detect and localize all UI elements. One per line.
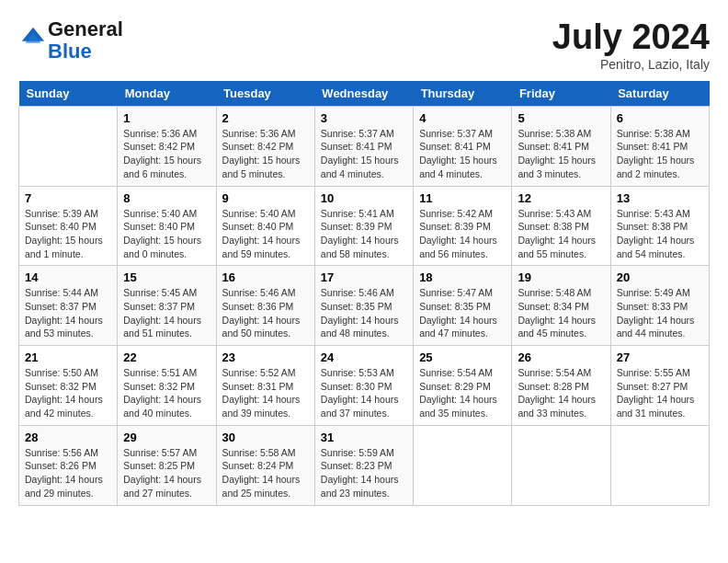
weekday-header-saturday: Saturday <box>610 81 709 107</box>
day-info: Sunrise: 5:38 AM Sunset: 8:41 PM Dayligh… <box>617 127 703 181</box>
day-number: 19 <box>518 270 604 284</box>
title-block: July 2024 Penitro, Lazio, Italy <box>552 18 710 72</box>
day-number: 12 <box>518 191 604 205</box>
calendar-cell: 23Sunrise: 5:52 AM Sunset: 8:31 PM Dayli… <box>216 346 314 426</box>
day-info: Sunrise: 5:45 AM Sunset: 8:37 PM Dayligh… <box>123 286 210 340</box>
day-info: Sunrise: 5:42 AM Sunset: 8:39 PM Dayligh… <box>419 207 506 261</box>
calendar-cell: 20Sunrise: 5:49 AM Sunset: 8:33 PM Dayli… <box>610 266 709 346</box>
day-info: Sunrise: 5:40 AM Sunset: 8:40 PM Dayligh… <box>123 207 210 261</box>
month-title: July 2024 <box>552 18 710 57</box>
calendar-cell: 14Sunrise: 5:44 AM Sunset: 8:37 PM Dayli… <box>19 266 118 346</box>
day-info: Sunrise: 5:53 AM Sunset: 8:30 PM Dayligh… <box>321 366 407 420</box>
day-number: 30 <box>222 431 309 444</box>
location-subtitle: Penitro, Lazio, Italy <box>552 57 710 72</box>
calendar-cell: 15Sunrise: 5:45 AM Sunset: 8:37 PM Dayli… <box>118 266 216 346</box>
day-info: Sunrise: 5:59 AM Sunset: 8:23 PM Dayligh… <box>321 446 407 500</box>
day-info: Sunrise: 5:36 AM Sunset: 8:42 PM Dayligh… <box>123 127 210 181</box>
day-number: 26 <box>518 350 604 364</box>
calendar-cell: 28Sunrise: 5:56 AM Sunset: 8:26 PM Dayli… <box>19 425 118 505</box>
logo-icon <box>20 26 46 52</box>
day-number: 6 <box>617 111 703 125</box>
day-number: 13 <box>617 191 703 205</box>
calendar-cell <box>610 425 709 505</box>
day-number: 17 <box>321 270 407 284</box>
weekday-header-thursday: Thursday <box>414 81 512 107</box>
day-number: 25 <box>419 350 506 364</box>
day-info: Sunrise: 5:38 AM Sunset: 8:41 PM Dayligh… <box>518 127 604 181</box>
calendar-cell: 9Sunrise: 5:40 AM Sunset: 8:40 PM Daylig… <box>216 186 314 266</box>
day-number: 29 <box>123 431 210 444</box>
logo-blue-text: Blue <box>48 40 92 63</box>
calendar-cell: 24Sunrise: 5:53 AM Sunset: 8:30 PM Dayli… <box>314 346 413 426</box>
day-number: 11 <box>419 191 506 205</box>
calendar-cell: 11Sunrise: 5:42 AM Sunset: 8:39 PM Dayli… <box>414 186 512 266</box>
day-info: Sunrise: 5:41 AM Sunset: 8:39 PM Dayligh… <box>321 207 407 261</box>
day-info: Sunrise: 5:50 AM Sunset: 8:32 PM Dayligh… <box>25 366 111 420</box>
calendar-cell: 2Sunrise: 5:36 AM Sunset: 8:42 PM Daylig… <box>216 106 314 186</box>
calendar-cell <box>414 425 512 505</box>
day-info: Sunrise: 5:37 AM Sunset: 8:41 PM Dayligh… <box>419 127 506 181</box>
calendar-cell: 7Sunrise: 5:39 AM Sunset: 8:40 PM Daylig… <box>19 186 118 266</box>
weekday-header-friday: Friday <box>512 81 610 107</box>
week-row-5: 28Sunrise: 5:56 AM Sunset: 8:26 PM Dayli… <box>19 425 710 505</box>
day-info: Sunrise: 5:51 AM Sunset: 8:32 PM Dayligh… <box>123 366 210 420</box>
calendar-cell: 29Sunrise: 5:57 AM Sunset: 8:25 PM Dayli… <box>118 425 216 505</box>
page-header: General Blue July 2024 Penitro, Lazio, I… <box>18 18 710 72</box>
day-number: 22 <box>123 350 210 364</box>
calendar-cell <box>19 106 118 186</box>
day-number: 16 <box>222 270 309 284</box>
calendar-cell: 18Sunrise: 5:47 AM Sunset: 8:35 PM Dayli… <box>414 266 512 346</box>
day-number: 5 <box>518 111 604 125</box>
calendar-cell: 13Sunrise: 5:43 AM Sunset: 8:38 PM Dayli… <box>610 186 709 266</box>
week-row-2: 7Sunrise: 5:39 AM Sunset: 8:40 PM Daylig… <box>19 186 710 266</box>
day-number: 24 <box>321 350 407 364</box>
day-info: Sunrise: 5:54 AM Sunset: 8:28 PM Dayligh… <box>518 366 604 420</box>
calendar-cell: 21Sunrise: 5:50 AM Sunset: 8:32 PM Dayli… <box>19 346 118 426</box>
calendar-cell: 8Sunrise: 5:40 AM Sunset: 8:40 PM Daylig… <box>118 186 216 266</box>
day-number: 21 <box>25 350 111 364</box>
calendar-cell: 10Sunrise: 5:41 AM Sunset: 8:39 PM Dayli… <box>314 186 413 266</box>
day-info: Sunrise: 5:37 AM Sunset: 8:41 PM Dayligh… <box>321 127 407 181</box>
day-info: Sunrise: 5:46 AM Sunset: 8:36 PM Dayligh… <box>222 286 309 340</box>
day-info: Sunrise: 5:43 AM Sunset: 8:38 PM Dayligh… <box>617 207 703 261</box>
day-number: 1 <box>123 111 210 125</box>
day-number: 18 <box>419 270 506 284</box>
weekday-header-wednesday: Wednesday <box>314 81 413 107</box>
day-number: 27 <box>617 350 703 364</box>
weekday-header-row: SundayMondayTuesdayWednesdayThursdayFrid… <box>19 81 710 107</box>
day-number: 2 <box>222 111 309 125</box>
day-info: Sunrise: 5:44 AM Sunset: 8:37 PM Dayligh… <box>25 286 111 340</box>
weekday-header-monday: Monday <box>118 81 216 107</box>
day-number: 4 <box>419 111 506 125</box>
day-info: Sunrise: 5:46 AM Sunset: 8:35 PM Dayligh… <box>321 286 407 340</box>
logo: General Blue <box>18 18 123 63</box>
calendar-cell: 19Sunrise: 5:48 AM Sunset: 8:34 PM Dayli… <box>512 266 610 346</box>
calendar-cell: 22Sunrise: 5:51 AM Sunset: 8:32 PM Dayli… <box>118 346 216 426</box>
weekday-header-tuesday: Tuesday <box>216 81 314 107</box>
day-info: Sunrise: 5:47 AM Sunset: 8:35 PM Dayligh… <box>419 286 506 340</box>
day-number: 8 <box>123 191 210 205</box>
calendar-cell: 25Sunrise: 5:54 AM Sunset: 8:29 PM Dayli… <box>414 346 512 426</box>
day-info: Sunrise: 5:49 AM Sunset: 8:33 PM Dayligh… <box>617 286 703 340</box>
day-number: 15 <box>123 270 210 284</box>
calendar-cell <box>512 425 610 505</box>
day-info: Sunrise: 5:43 AM Sunset: 8:38 PM Dayligh… <box>518 207 604 261</box>
calendar-cell: 16Sunrise: 5:46 AM Sunset: 8:36 PM Dayli… <box>216 266 314 346</box>
calendar-cell: 3Sunrise: 5:37 AM Sunset: 8:41 PM Daylig… <box>314 106 413 186</box>
day-number: 31 <box>321 431 407 444</box>
calendar-cell: 31Sunrise: 5:59 AM Sunset: 8:23 PM Dayli… <box>314 425 413 505</box>
calendar-cell: 17Sunrise: 5:46 AM Sunset: 8:35 PM Dayli… <box>314 266 413 346</box>
day-info: Sunrise: 5:54 AM Sunset: 8:29 PM Dayligh… <box>419 366 506 420</box>
day-number: 28 <box>25 431 111 444</box>
day-info: Sunrise: 5:57 AM Sunset: 8:25 PM Dayligh… <box>123 446 210 500</box>
calendar-cell: 1Sunrise: 5:36 AM Sunset: 8:42 PM Daylig… <box>118 106 216 186</box>
calendar-cell: 6Sunrise: 5:38 AM Sunset: 8:41 PM Daylig… <box>610 106 709 186</box>
day-info: Sunrise: 5:58 AM Sunset: 8:24 PM Dayligh… <box>222 446 309 500</box>
day-number: 14 <box>25 270 111 284</box>
calendar-table: SundayMondayTuesdayWednesdayThursdayFrid… <box>18 81 710 506</box>
day-info: Sunrise: 5:40 AM Sunset: 8:40 PM Dayligh… <box>222 207 309 261</box>
day-info: Sunrise: 5:52 AM Sunset: 8:31 PM Dayligh… <box>222 366 309 420</box>
day-info: Sunrise: 5:39 AM Sunset: 8:40 PM Dayligh… <box>25 207 111 261</box>
week-row-3: 14Sunrise: 5:44 AM Sunset: 8:37 PM Dayli… <box>19 266 710 346</box>
day-number: 20 <box>617 270 703 284</box>
